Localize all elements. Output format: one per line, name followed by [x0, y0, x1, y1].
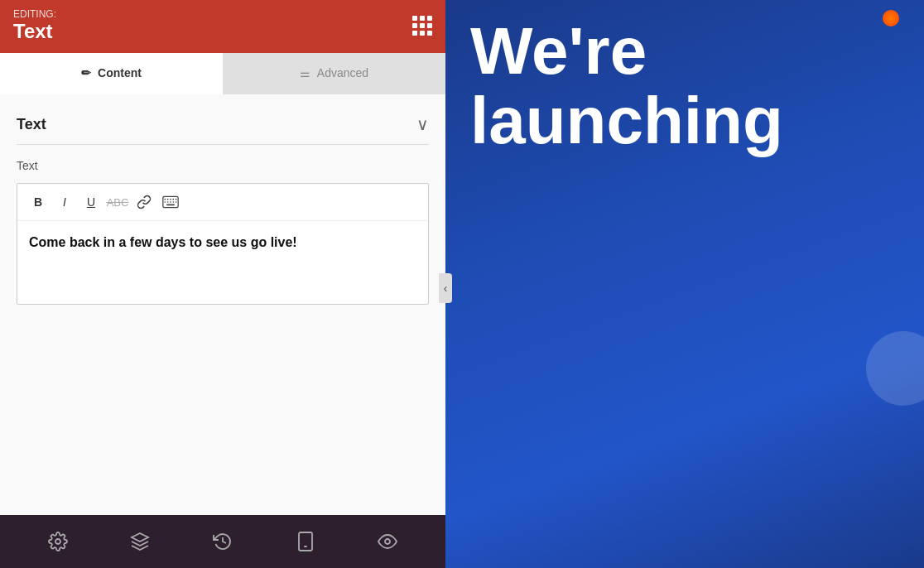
pencil-icon: ✏ — [81, 66, 91, 79]
text-section-header: Text ∨ — [17, 114, 429, 145]
settings-icon[interactable] — [43, 527, 73, 556]
sliders-icon: ⚌ — [300, 66, 310, 79]
svg-rect-14 — [299, 532, 312, 551]
bold-button[interactable]: B — [26, 190, 51, 214]
tab-content[interactable]: ✏ Content — [0, 53, 223, 94]
field-label: Text — [17, 158, 429, 173]
editing-label: EDITING: — [13, 8, 56, 20]
chevron-down-icon[interactable]: ∨ — [416, 114, 429, 134]
editing-title: Text — [13, 20, 56, 43]
collapse-handle[interactable]: ‹ — [439, 273, 452, 303]
text-section-title: Text — [17, 116, 46, 133]
blue-circle-decoration — [866, 331, 924, 406]
mobile-icon[interactable] — [291, 527, 320, 556]
tab-advanced-label: Advanced — [317, 66, 368, 79]
heading-line1: We're — [470, 17, 899, 86]
history-icon[interactable] — [208, 527, 238, 556]
link-button[interactable] — [132, 190, 156, 214]
header-left: EDITING: Text — [13, 8, 56, 43]
italic-button[interactable]: I — [52, 190, 77, 214]
editor-text-content[interactable]: Come back in a few days to see us go liv… — [17, 221, 428, 304]
layers-icon[interactable] — [125, 527, 155, 556]
content-area: Text ∨ Text B I U ABC — [0, 94, 445, 515]
field-label-text: Text — [17, 159, 38, 172]
eye-icon[interactable] — [373, 527, 402, 556]
editor-toolbar: B I U ABC — [17, 184, 428, 221]
preview-heading: We're launching — [470, 17, 899, 156]
tab-advanced[interactable]: ⚌ Advanced — [223, 53, 445, 94]
svg-point-12 — [55, 539, 60, 544]
editor-header: EDITING: Text — [0, 0, 445, 53]
heading-line2: launching — [470, 86, 899, 156]
preview-content: We're launching — [445, 0, 924, 181]
text-editor: B I U ABC — [17, 183, 429, 305]
tab-content-label: Content — [98, 66, 142, 79]
underline-button[interactable]: U — [79, 190, 103, 214]
grid-menu-icon[interactable] — [412, 16, 432, 36]
tabs-bar: ✏ Content ⚌ Advanced — [0, 53, 445, 94]
strikethrough-button[interactable]: ABC — [105, 190, 130, 214]
bottom-toolbar — [0, 515, 445, 568]
keyboard-button[interactable] — [158, 190, 183, 214]
right-panel: We're launching soon B I U ABC — [445, 0, 924, 568]
left-panel: EDITING: Text ✏ Content ⚌ Advanced Text … — [0, 0, 445, 568]
svg-marker-13 — [132, 533, 148, 542]
svg-point-16 — [385, 539, 390, 544]
